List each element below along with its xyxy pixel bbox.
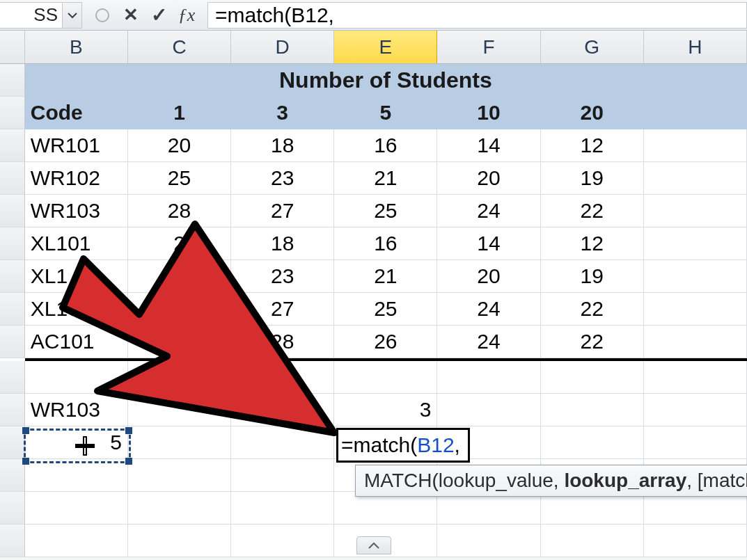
row-header[interactable]	[0, 326, 25, 358]
active-editing-cell[interactable]: =match(B12,	[336, 428, 470, 463]
cell-value[interactable]: 22	[541, 195, 644, 227]
svg-point-0	[96, 9, 109, 22]
row-header[interactable]	[0, 195, 25, 227]
cell-value[interactable]: 27	[231, 293, 334, 326]
cell-value[interactable]: 28	[231, 326, 334, 358]
scroll-up-button[interactable]	[356, 536, 391, 554]
cancel-formula-button[interactable]: ✕	[117, 3, 145, 27]
cell-value[interactable]: 16	[334, 227, 437, 260]
header-col-4: 10	[437, 97, 540, 129]
cell-code[interactable]: AC101	[25, 326, 128, 358]
cell-value[interactable]: 26	[334, 326, 437, 358]
cell-code[interactable]: XL1	[25, 260, 128, 293]
title-row: Number of Students	[0, 64, 747, 97]
expand-icon	[95, 8, 110, 23]
row-header[interactable]	[0, 293, 25, 326]
row-header[interactable]	[0, 162, 25, 195]
column-header-f[interactable]: F	[437, 31, 540, 63]
cell-value[interactable]: 28	[128, 195, 231, 227]
cell-value[interactable]: 25	[334, 195, 437, 227]
row-header[interactable]	[0, 260, 25, 293]
cell-value[interactable]: 14	[437, 227, 540, 260]
row-header[interactable]	[0, 492, 25, 525]
column-header-g[interactable]: G	[541, 31, 644, 63]
cell-value[interactable]: 16	[334, 129, 437, 162]
formula-prefix: =match(	[341, 433, 417, 457]
name-box-dropdown[interactable]	[63, 2, 82, 29]
name-box[interactable]: SS	[0, 2, 63, 29]
cell-b12[interactable]: 5	[25, 426, 128, 459]
row-header[interactable]	[0, 227, 25, 260]
select-all-corner[interactable]	[0, 31, 25, 63]
cell-value[interactable]: 22	[541, 326, 644, 358]
check-icon: ✓	[151, 3, 167, 26]
cell-value[interactable]: 20	[437, 162, 540, 195]
cell-value[interactable]: 27	[231, 195, 334, 227]
formula-cell-reference: B12	[417, 433, 454, 457]
cell-value[interactable]	[128, 293, 231, 326]
cell-code[interactable]: WR103	[25, 195, 128, 227]
lookup-row-1: WR103 3	[0, 394, 747, 426]
insert-function-button[interactable]: ƒx	[173, 3, 200, 27]
cell-value[interactable]	[128, 326, 231, 358]
row-header[interactable]	[0, 361, 25, 394]
cell-value[interactable]: 23	[231, 162, 334, 195]
column-header-b[interactable]: B	[25, 31, 128, 63]
column-header-c[interactable]: C	[128, 31, 231, 63]
formula-input[interactable]: =match(B12,	[207, 2, 747, 29]
tooltip-arg-1: lookup_value,	[439, 470, 565, 491]
row-header[interactable]	[0, 64, 25, 97]
cell-code[interactable]: XL103	[25, 293, 128, 326]
chevron-up-icon	[368, 541, 380, 550]
tooltip-arg-3: , [match	[686, 470, 747, 491]
tooltip-arg-current: lookup_array	[564, 470, 686, 491]
cell-value[interactable]: 23	[231, 260, 334, 293]
table-row: WR1022523212019	[0, 162, 747, 195]
header-col-1: 1	[128, 97, 231, 129]
cell-value[interactable]: 19	[541, 162, 644, 195]
function-tooltip[interactable]: MATCH(lookup_value, lookup_array, [match	[355, 465, 747, 497]
cell-value[interactable]: 18	[231, 227, 334, 260]
cell-value[interactable]: 24	[437, 293, 540, 326]
cell-value[interactable]: 14	[437, 129, 540, 162]
cell-value[interactable]: 19	[541, 260, 644, 293]
chevron-down-icon	[68, 12, 77, 19]
table-row: AC10128262422	[0, 326, 747, 358]
tooltip-fn-name: MATCH	[364, 470, 432, 491]
cell-value[interactable]: 12	[541, 227, 644, 260]
blank-row	[0, 492, 747, 525]
column-header-h[interactable]: H	[644, 31, 747, 63]
column-header-d[interactable]: D	[231, 31, 334, 63]
header-col-5: 20	[541, 97, 644, 129]
enter-formula-button[interactable]: ✓	[145, 3, 173, 27]
worksheet-grid[interactable]: Number of Students Code 1 3 5 10 20 WR10…	[0, 64, 747, 557]
cell-value[interactable]: 22	[541, 293, 644, 326]
header-col-2: 3	[231, 97, 334, 129]
cell-value[interactable]: 21	[334, 260, 437, 293]
row-header[interactable]	[0, 97, 25, 129]
table-row: WR1012018161412	[0, 129, 747, 162]
row-header[interactable]	[0, 426, 25, 459]
cell-value[interactable]: 12	[541, 129, 644, 162]
cell-value[interactable]: 2	[128, 227, 231, 260]
column-header-e[interactable]: E	[334, 31, 437, 63]
cell-value[interactable]: 20	[437, 260, 540, 293]
cell-value[interactable]: 2	[128, 260, 231, 293]
cell-value[interactable]: 24	[437, 195, 540, 227]
cell-code[interactable]: WR102	[25, 162, 128, 195]
cell-code[interactable]: WR101	[25, 129, 128, 162]
row-header[interactable]	[0, 129, 25, 162]
cell-value[interactable]: 21	[334, 162, 437, 195]
cell-value[interactable]: 25	[334, 293, 437, 326]
cell-code[interactable]: XL101	[25, 227, 128, 260]
cell-value[interactable]: 25	[128, 162, 231, 195]
header-col-3: 5	[334, 97, 437, 129]
cell-value[interactable]: 24	[437, 326, 540, 358]
row-header[interactable]	[0, 459, 25, 492]
cell-e11[interactable]: 3	[334, 394, 437, 426]
cell-value[interactable]: 20	[128, 129, 231, 162]
cell-value[interactable]: 18	[231, 129, 334, 162]
row-header[interactable]	[0, 394, 25, 426]
row-header[interactable]	[0, 525, 25, 557]
cell-b11[interactable]: WR103	[25, 394, 128, 426]
